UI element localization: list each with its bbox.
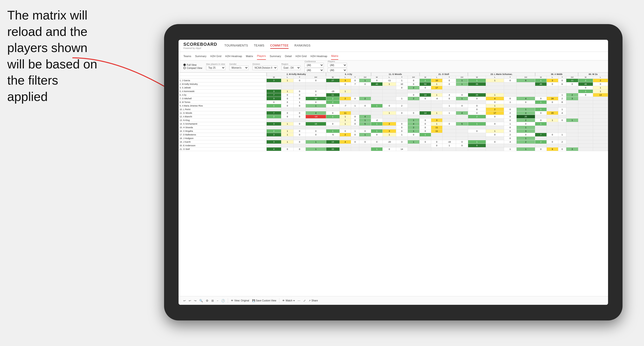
matrix-cell: 0 [371,79,383,82]
sub-nav-summary1[interactable]: Summary [195,53,206,59]
redo-icon[interactable]: ↪ [194,299,196,302]
tablet-screen: SCOREBOARD Powered by clippd TOURNAMENTS… [178,40,608,305]
expand-icon[interactable]: ⤢ [303,299,306,302]
sub-nav-h2h-grid1[interactable]: H2H Grid [210,53,221,59]
matrix-cell [566,140,578,144]
matrix-cell [442,119,456,122]
minus-icon[interactable]: − [217,299,218,302]
matrix-cell: 24 [546,97,558,100]
matrix-cell: 0 [546,140,558,144]
matrix-cell [566,115,578,119]
matrix-cell [546,115,558,119]
matrix-cell [431,137,442,140]
table-row: 2. M Kelly Mulcahy0704011005010135450604… [179,82,608,86]
matrix-wrapper[interactable]: 2. M Kelly Mulcahy 6. A Dy 11. G Woods 2… [178,73,608,296]
matrix-cell [396,93,408,97]
gender-select[interactable]: Women's [229,66,248,70]
matrix-cell [566,104,578,108]
matrix-cell: 1 [359,119,371,122]
max-players-label: Max players in view [206,63,225,65]
matrix-cell: 0 [359,140,371,144]
sub-nav-h2h-heatmap2[interactable]: H2H Heatmap [310,53,328,59]
matrix-cell [516,93,535,97]
matrix-cell [546,144,558,148]
sub-nav-matrix2[interactable]: Matrix [331,52,338,60]
matrix-cell: 18 [306,97,326,100]
matrix-cell: 2 [382,122,396,126]
grid-icon[interactable]: ⊞ [211,299,214,302]
max-players-select[interactable]: Top 25 [206,66,225,70]
tablet-device: SCOREBOARD Powered by clippd TOURNAMENTS… [164,24,622,321]
sub-nav-detail[interactable]: Detail [285,53,292,59]
undo2-icon[interactable]: ↩ [189,299,191,302]
zoom-icon[interactable]: 🔍 [199,299,203,302]
sub-nav-summary2[interactable]: Summary [270,53,281,59]
share-btn[interactable]: ↗ Share [308,299,318,302]
full-view-radio[interactable] [184,64,186,66]
sh-wb-t: T [558,76,566,79]
matrix-cell [294,108,306,111]
matrix-cell [340,137,351,140]
more-icon[interactable]: ⋯ [298,299,300,302]
sub-nav-h2h-grid2[interactable]: H2H Grid [296,53,307,59]
sh-l-t: T [504,76,516,79]
save-custom-btn[interactable]: 💾 Save Custom View [252,299,276,302]
matrix-cell: 0 [442,97,456,100]
matrix-cell: 2 [326,100,340,104]
clock-icon[interactable]: 🕐 [221,299,225,302]
players-select2[interactable]: (All) [328,68,347,73]
watch-icon: 👁 [282,299,285,302]
division-select[interactable]: NCAA Division II [252,66,278,70]
matrix-cell [558,129,566,133]
sub-nav-players[interactable]: Players [257,52,266,60]
matrix-cell: 0 [546,100,558,104]
matrix-cell [382,93,396,97]
region-select[interactable]: East - DII [281,66,301,70]
matrix-cell [516,82,535,86]
full-view-option[interactable]: Full View [184,64,202,66]
conference-select[interactable]: (All) [304,63,324,67]
nav-committee[interactable]: COMMITTEE [270,43,289,49]
compact-view-radio[interactable] [184,67,186,69]
matrix-cell: 7 [535,133,547,137]
matrix-cell [340,126,351,129]
sh-m-w: W [266,76,281,79]
matrix-cell: 0 [382,104,396,108]
sub-nav-teams[interactable]: Teams [184,53,191,59]
matrix-cell: 0 [396,126,408,129]
matrix-cell: 0 [382,148,396,151]
matrix-cell: 0 [456,140,468,144]
matrix-cell [408,144,419,148]
matrix-cell [442,126,456,129]
conference-select2[interactable]: (All) [304,68,324,73]
matrix-cell: 4 [266,148,281,151]
matrix-cell: 50 [420,82,431,86]
undo-icon[interactable]: ↩ [184,299,186,302]
matrix-cell: 1 [281,140,294,144]
view-original-btn[interactable]: 👁 View: Original [231,299,249,302]
settings-icon[interactable]: ⚙ [206,299,208,302]
players-select[interactable]: (All) [328,63,347,67]
sub-nav-h2h-heatmap1[interactable]: H2H Heatmap [225,53,242,59]
matrix-cell [456,86,468,90]
matrix-cell: 0 [359,82,371,86]
compact-view-option[interactable]: Compact View [184,67,202,69]
nav-tournaments[interactable]: TOURNAMENTS [224,43,248,49]
nav-teams[interactable]: TEAMS [254,43,264,49]
watch-btn[interactable]: 👁 Watch ▾ [282,299,294,302]
table-row: 18. J Hodgson01 [179,137,608,140]
sub-nav-matrix1[interactable]: Matrix [246,53,253,59]
matrix-cell [266,86,281,90]
nav-rankings[interactable]: RANKINGS [294,43,310,49]
matrix-cell [546,104,558,108]
matrix-cell [578,104,593,108]
matrix-cell: 3 [266,122,281,126]
toolbar-sep2 [279,298,280,303]
matrix-cell [442,129,456,133]
matrix-cell [546,93,558,97]
matrix-cell [306,86,326,90]
players-filter: Players (All) (All) [328,60,347,73]
matrix-cell [442,133,456,137]
matrix-cell: 2 [566,93,578,97]
player-name-cell: 13. N Klug [179,119,266,122]
